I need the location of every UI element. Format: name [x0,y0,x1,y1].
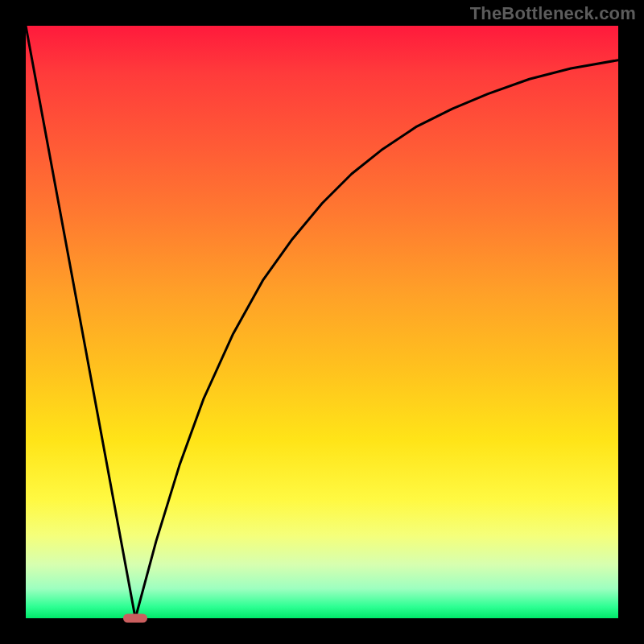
right-curve-path [135,60,618,618]
chart-lines [26,26,618,618]
plot-area [26,26,618,618]
minimum-marker [123,614,147,623]
watermark-text: TheBottleneck.com [470,3,636,24]
left-line-path [26,26,135,618]
chart-frame: TheBottleneck.com [0,0,644,644]
